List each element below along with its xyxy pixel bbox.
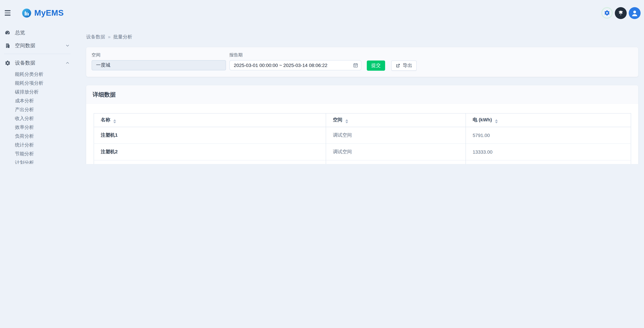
column-header-electricity[interactable]: 电 (kWh) (466, 113, 631, 127)
submenu-item[interactable]: 能耗分项分析 (4, 79, 70, 87)
cell-space: 调试空间 (326, 160, 466, 164)
sidebar-item-label: 空间数据 (15, 42, 35, 49)
table-row: 注塑机2调试空间13333.00 (94, 144, 631, 160)
submenu-item[interactable]: 负荷分析 (4, 131, 70, 140)
submenu-item[interactable]: 计划分析 (4, 158, 70, 164)
chevron-down-icon (65, 43, 70, 48)
submenu-item[interactable]: 碳排放分析 (4, 87, 70, 96)
submenu-item[interactable]: 成本分析 (4, 96, 70, 105)
details-card-header: 详细数据 (86, 85, 638, 104)
sort-icon (113, 119, 116, 123)
sidebar-item-space-data[interactable]: 空间数据 (4, 39, 70, 52)
space-input[interactable] (92, 60, 226, 70)
table-header-row: 名称 空间 电 (kWh) (94, 113, 631, 127)
cell-name: 注塑机1 (94, 127, 326, 144)
cell-name: 冲压机1 (94, 160, 326, 164)
table-row: 冲压机1调试空间28371.00 (94, 160, 631, 164)
chevron-up-icon (65, 61, 70, 65)
building-icon (4, 43, 11, 48)
reporting-period-input[interactable] (229, 60, 361, 70)
breadcrumb-current: 批量分析 (113, 34, 132, 39)
export-icon (396, 63, 400, 68)
sidebar: 总览 空间数据 设备数据 能耗分类分析 能耗分项分析 碳排放分析 成本分析 产出… (0, 26, 73, 164)
cell-space: 调试空间 (326, 144, 466, 160)
submenu-item[interactable]: 收入分析 (4, 114, 70, 123)
user-avatar-icon (631, 9, 638, 17)
sidebar-divider (4, 54, 70, 54)
submenu-item[interactable]: 统计分析 (4, 140, 70, 149)
sidebar-item-overview[interactable]: 总览 (4, 26, 70, 39)
sort-icon (346, 119, 348, 123)
details-card-body: 名称 空间 电 (kWh) 注塑机1调试空间57 (86, 104, 638, 164)
equipment-submenu: 能耗分类分析 能耗分项分析 碳排放分析 成本分析 产出分析 收入分析 效率分析 … (4, 70, 70, 164)
sidebar-item-label: 总览 (15, 29, 25, 36)
main-content: 设备数据»批量分析 空间 报告期 提交 (73, 26, 644, 164)
column-header-label: 名称 (101, 117, 110, 122)
export-button[interactable]: 导出 (391, 61, 417, 71)
sidebar-item-label: 设备数据 (15, 60, 35, 66)
space-label: 空间 (92, 52, 226, 58)
submenu-item[interactable]: 节能分析 (4, 149, 70, 158)
submenu-item[interactable]: 效率分析 (4, 123, 70, 131)
submit-button[interactable]: 提交 (367, 61, 385, 71)
brand-name: MyEMS (34, 8, 64, 18)
cell-space: 调试空间 (326, 127, 466, 144)
table-row: 注塑机1调试空间5791.00 (94, 127, 631, 144)
settings-button[interactable] (601, 7, 613, 19)
filter-panel: 空间 报告期 提交 导出 (86, 47, 638, 77)
details-title: 详细数据 (93, 91, 116, 99)
calendar-icon[interactable] (353, 63, 358, 69)
notifications-button[interactable] (615, 7, 627, 19)
menu-toggle-icon[interactable] (5, 9, 14, 17)
breadcrumb: 设备数据»批量分析 (86, 33, 638, 41)
gauge-icon (4, 30, 11, 36)
period-label: 报告期 (229, 52, 361, 58)
column-header-space[interactable]: 空间 (326, 113, 466, 127)
cell-energy: 5791.00 (466, 127, 631, 144)
notification-bell-icon (618, 10, 624, 16)
details-table: 名称 空间 电 (kWh) 注塑机1调试空间57 (94, 113, 631, 164)
settings-gear-icon (604, 10, 610, 16)
breadcrumb-parent[interactable]: 设备数据 (86, 34, 105, 39)
details-card: 详细数据 名称 空间 (86, 85, 638, 164)
topbar-actions (601, 7, 640, 19)
column-header-label: 电 (kWh) (473, 117, 492, 122)
cell-name: 注塑机2 (94, 144, 326, 160)
myems-logo-icon (22, 8, 32, 18)
column-header-name[interactable]: 名称 (94, 113, 326, 127)
topbar: MyEMS (0, 0, 644, 26)
cell-energy: 13333.00 (466, 144, 631, 160)
cell-energy: 28371.00 (466, 160, 631, 164)
submenu-item[interactable]: 产出分析 (4, 105, 70, 114)
brand-logo[interactable]: MyEMS (22, 8, 64, 18)
column-header-label: 空间 (333, 117, 342, 122)
export-label: 导出 (403, 63, 412, 69)
breadcrumb-separator: » (108, 34, 110, 39)
sidebar-item-equipment-data[interactable]: 设备数据 (4, 56, 70, 70)
gear-icon (4, 60, 11, 66)
submenu-item[interactable]: 能耗分类分析 (4, 70, 70, 79)
app-window: MyEMS 总览 空间数据 (0, 0, 644, 164)
sort-icon (495, 119, 498, 123)
user-avatar[interactable] (629, 7, 640, 19)
